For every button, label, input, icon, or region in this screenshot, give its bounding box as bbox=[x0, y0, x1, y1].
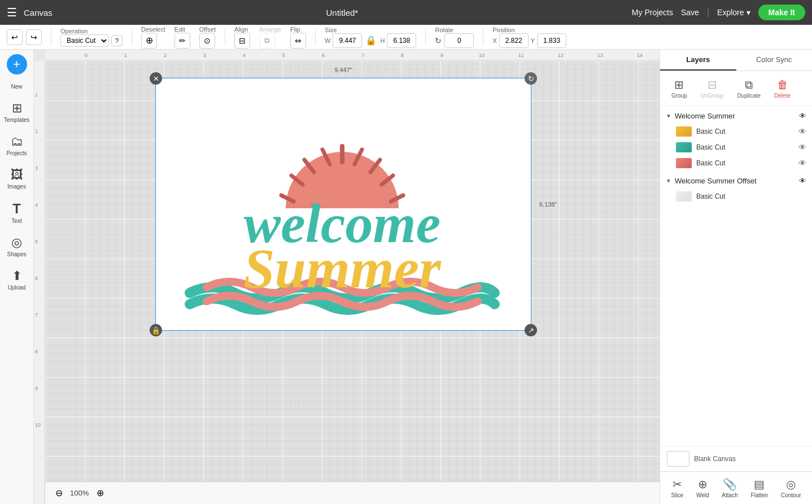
layer-group-offset[interactable]: ▼ Welcome Summer Offset 👁 bbox=[660, 173, 812, 189]
align-button[interactable]: ⊟ bbox=[234, 33, 250, 49]
divider-1 bbox=[51, 29, 51, 46]
rotate-input[interactable] bbox=[444, 33, 474, 48]
sidebar-item-upload[interactable]: ⬆ Upload bbox=[2, 264, 32, 295]
save-button[interactable]: Save bbox=[681, 8, 699, 17]
projects-icon: 🗂 bbox=[11, 134, 23, 149]
redo-button[interactable]: ↪ bbox=[26, 29, 42, 45]
operation-group: Operation Basic Cut ? bbox=[60, 28, 123, 47]
ungroup-button[interactable]: ⊟ UnGroup bbox=[696, 76, 728, 101]
slice-icon: ✂ bbox=[673, 477, 682, 491]
tab-layers[interactable]: Layers bbox=[660, 50, 736, 71]
sidebar-item-projects[interactable]: 🗂 Projects bbox=[2, 130, 32, 161]
edit-button[interactable]: ✏ bbox=[174, 33, 190, 49]
rotate-input-group: ↻ bbox=[435, 33, 474, 48]
explore-button[interactable]: Explore ▾ bbox=[717, 8, 750, 17]
weld-button[interactable]: ⊕ Weld bbox=[691, 475, 715, 501]
operation-help[interactable]: ? bbox=[111, 35, 123, 46]
layer-item-3[interactable]: Basic Cut 👁 bbox=[660, 155, 812, 171]
sidebar-item-images[interactable]: 🖼 Images bbox=[2, 163, 32, 194]
size-h-input[interactable] bbox=[387, 33, 416, 48]
position-x-label: X bbox=[492, 37, 496, 44]
menu-icon[interactable]: ☰ bbox=[7, 6, 17, 19]
canvas-area[interactable]: 0 1 2 3 4 5 6 7 8 9 10 11 12 13 14 15 1 … bbox=[34, 50, 660, 504]
ungroup-label: UnGroup bbox=[701, 93, 724, 99]
layer-name-4: Basic Cut bbox=[696, 192, 806, 200]
sidebar-item-shapes[interactable]: ◎ Shapes bbox=[2, 231, 32, 262]
flatten-label: Flatten bbox=[751, 492, 769, 498]
sidebar-text-label: Text bbox=[11, 218, 21, 224]
layer-group-welcome-summer[interactable]: ▼ Welcome Summer 👁 bbox=[660, 108, 812, 124]
position-x-input[interactable] bbox=[499, 33, 529, 48]
eye-icon[interactable]: 👁 bbox=[799, 112, 806, 120]
make-it-button[interactable]: Make It bbox=[758, 5, 805, 20]
layer-item-1[interactable]: Basic Cut 👁 bbox=[660, 124, 812, 139]
align-group: Align ⊟ bbox=[234, 26, 250, 49]
layer-thumbnail-3 bbox=[676, 158, 692, 168]
sidebar-templates-label: Templates bbox=[4, 117, 30, 123]
sidebar-new-label: New bbox=[11, 84, 22, 90]
duplicate-button[interactable]: ⧉ Duplicate bbox=[732, 76, 765, 101]
layer-name-1: Basic Cut bbox=[696, 128, 794, 135]
eye-icon-2[interactable]: 👁 bbox=[798, 143, 806, 152]
ruler-left: 1 2 3 4 5 6 7 8 9 10 bbox=[34, 61, 45, 504]
contour-icon: ◎ bbox=[786, 477, 796, 491]
templates-icon: ⊞ bbox=[12, 101, 22, 116]
position-group: Position X Y bbox=[492, 27, 566, 48]
welcome-summer-svg: welcome Summer bbox=[156, 78, 529, 327]
deselect-button[interactable]: ⊕ bbox=[141, 33, 157, 49]
contour-label: Contour bbox=[781, 492, 801, 498]
position-inputs: X Y bbox=[492, 33, 566, 48]
size-group: Size W 🔒 H bbox=[325, 27, 416, 48]
zoom-in-button[interactable]: ⊕ bbox=[93, 487, 107, 500]
canvas-bottom: ⊖ 100% ⊕ bbox=[45, 481, 660, 504]
dimension-top: 9.447" bbox=[155, 67, 531, 73]
undo-button[interactable]: ↩ bbox=[7, 29, 23, 45]
panel-toolbar: ⊞ Group ⊟ UnGroup ⧉ Duplicate 🗑 Delete bbox=[660, 71, 812, 106]
left-sidebar: + New ⊞ Templates 🗂 Projects 🖼 Images T … bbox=[0, 50, 34, 504]
sidebar-item-text[interactable]: T Text bbox=[2, 196, 32, 229]
position-y-label: Y bbox=[531, 37, 535, 44]
zoom-out-button[interactable]: ⊖ bbox=[52, 487, 66, 500]
my-projects-button[interactable]: My Projects bbox=[632, 8, 673, 17]
align-label: Align bbox=[234, 26, 248, 33]
chevron-down-icon: ▾ bbox=[746, 8, 750, 17]
tab-color-sync[interactable]: Color Sync bbox=[736, 50, 813, 71]
operation-select[interactable]: Basic Cut bbox=[60, 34, 109, 47]
attach-button[interactable]: 📎 Attach bbox=[716, 475, 743, 501]
new-button[interactable]: + bbox=[7, 54, 27, 74]
sidebar-item-new[interactable]: New bbox=[2, 79, 32, 94]
delete-icon: 🗑 bbox=[777, 78, 788, 91]
size-inputs: W 🔒 H bbox=[325, 33, 416, 48]
layers-list: ▼ Welcome Summer 👁 Basic Cut 👁 Basic Cut… bbox=[660, 106, 812, 446]
delete-button[interactable]: 🗑 Delete bbox=[770, 76, 795, 101]
group-button[interactable]: ⊞ Group bbox=[667, 76, 692, 101]
ruler-top: 0 1 2 3 4 5 6 7 8 9 10 11 12 13 14 15 bbox=[45, 50, 660, 61]
slice-button[interactable]: ✂ Slice bbox=[665, 475, 689, 501]
sidebar-item-templates[interactable]: ⊞ Templates bbox=[2, 97, 32, 128]
panel-tabs: Layers Color Sync bbox=[660, 50, 812, 71]
eye-icon-3[interactable]: 👁 bbox=[798, 159, 806, 168]
layer-item-4[interactable]: Basic Cut bbox=[660, 189, 812, 204]
toolbar: ↩ ↪ Operation Basic Cut ? Deselect ⊕ Edi… bbox=[0, 25, 812, 50]
arrange-group: Arrange ⧉ bbox=[259, 26, 281, 49]
topbar: ☰ Canvas Untitled* My Projects Save | Ex… bbox=[0, 0, 812, 25]
canvas-preview-box bbox=[667, 451, 689, 467]
size-label: Size bbox=[325, 27, 337, 33]
right-panel: Layers Color Sync ⊞ Group ⊟ UnGroup ⧉ Du… bbox=[660, 50, 812, 504]
flatten-button[interactable]: ▤ Flatten bbox=[745, 475, 774, 501]
flip-button[interactable]: ⇔ bbox=[290, 33, 306, 49]
canvas-preview: Blank Canvas bbox=[660, 446, 812, 471]
size-w-input[interactable] bbox=[333, 33, 362, 48]
layer-name-3: Basic Cut bbox=[696, 159, 794, 167]
eye-icon-group2[interactable]: 👁 bbox=[799, 177, 806, 185]
layer-item-2[interactable]: Basic Cut 👁 bbox=[660, 139, 812, 155]
edit-label: Edit bbox=[174, 26, 185, 33]
position-y-input[interactable] bbox=[537, 33, 566, 48]
chevron-down-icon: ▼ bbox=[666, 113, 671, 119]
offset-button[interactable]: ⊙ bbox=[199, 33, 215, 49]
contour-button[interactable]: ◎ Contour bbox=[775, 475, 807, 501]
eye-icon-1[interactable]: 👁 bbox=[798, 127, 806, 136]
duplicate-label: Duplicate bbox=[737, 93, 761, 99]
rotate-icon: ↻ bbox=[435, 36, 442, 45]
lock-icon[interactable]: 🔒 bbox=[365, 35, 377, 46]
